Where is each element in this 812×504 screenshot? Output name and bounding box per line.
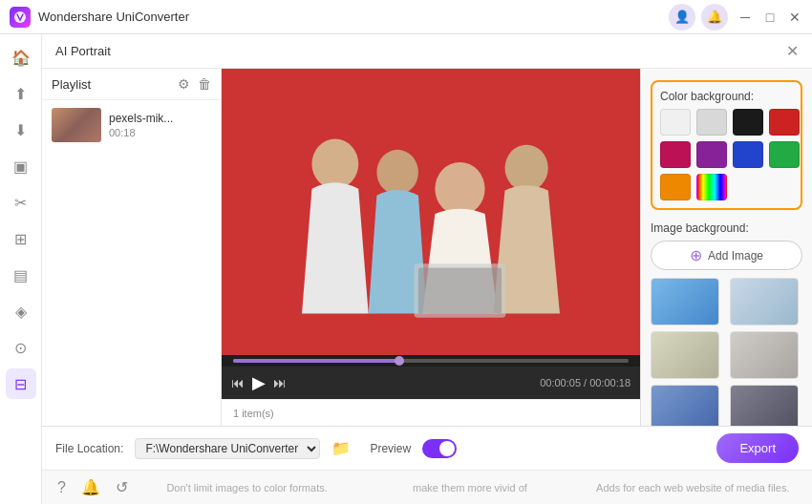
footer-text-1: Don't limit images to color formats. — [143, 482, 351, 494]
title-bar: Wondershare UniConverter 👤 🔔 ─ □ ✕ — [0, 0, 812, 34]
svg-point-1 — [311, 139, 358, 189]
image-thumb-1[interactable] — [651, 278, 719, 326]
bottom-bar: File Location: F:\Wondershare UniConvert… — [42, 426, 812, 470]
seek-track[interactable] — [233, 359, 629, 363]
video-main: ⏮ ▶ ⏭ 00:00:05 / 00:00:18 1 item(s) — [222, 69, 640, 426]
footer-refresh-icon[interactable]: ↺ — [116, 478, 128, 496]
footer-notification-icon[interactable]: 🔔 — [81, 478, 100, 496]
color-swatch-orange[interactable] — [660, 174, 691, 200]
play-button[interactable]: ▶ — [252, 372, 266, 393]
sidebar-item-screen[interactable]: ▣ — [6, 151, 36, 181]
video-preview — [222, 69, 640, 355]
maximize-button[interactable]: □ — [762, 10, 778, 25]
playlist-delete-icon[interactable]: 🗑 — [198, 76, 211, 92]
folder-browse-icon[interactable]: 📁 — [331, 439, 351, 457]
image-section-title: Image background: — [651, 221, 802, 235]
item-count: 1 item(s) — [233, 408, 274, 419]
sidebar-item-home[interactable]: 🏠 — [6, 42, 36, 73]
seek-progress — [233, 359, 399, 363]
color-grid — [660, 109, 793, 200]
footer-text-2: make them more vivid of — [366, 482, 573, 494]
file-location-select[interactable]: F:\Wondershare UniConverter — [135, 438, 320, 459]
panel-close-button[interactable]: ✕ — [786, 42, 799, 60]
sidebar: 🏠 ⬆ ⬇ ▣ ✂ ⊞ ▤ ◈ ⊙ ⊟ — [0, 34, 42, 504]
color-swatch-rainbow[interactable] — [696, 174, 727, 200]
playlist-duration: 00:18 — [109, 127, 211, 138]
minimize-button[interactable]: ─ — [737, 10, 753, 25]
color-swatch-crimson[interactable] — [660, 141, 691, 168]
prev-button[interactable]: ⏮ — [231, 375, 245, 390]
notification-icon[interactable]: 🔔 — [701, 4, 728, 31]
video-controls: ⏮ ▶ ⏭ 00:00:05 / 00:00:18 — [222, 367, 640, 399]
app-title: Wondershare UniConverter — [38, 10, 669, 24]
image-grid — [651, 278, 802, 426]
file-location-value: F:\Wondershare UniConverter — [135, 438, 320, 459]
playlist-actions: ⚙ 🗑 — [178, 76, 211, 92]
footer-text-3: Adds for each web website of media files… — [589, 482, 797, 494]
playlist-item[interactable]: pexels-mik... 00:18 — [42, 100, 221, 150]
sidebar-item-dvd[interactable]: ⊙ — [6, 332, 36, 363]
sidebar-item-toolbox[interactable]: ⊟ — [6, 368, 36, 399]
image-thumb-3[interactable] — [651, 331, 719, 379]
preview-label: Preview — [370, 442, 411, 455]
add-image-button[interactable]: ⊕ Add Image — [651, 241, 802, 270]
color-swatch-red[interactable] — [769, 109, 800, 136]
right-panel: Color background: — [640, 69, 812, 426]
playlist-title: Playlist — [52, 77, 91, 92]
window-controls: 👤 🔔 ─ □ ✕ — [669, 4, 802, 31]
close-button[interactable]: ✕ — [787, 10, 802, 25]
color-background-section: Color background: — [651, 80, 802, 210]
color-swatch-blue[interactable] — [733, 141, 763, 168]
user-icon[interactable]: 👤 — [669, 4, 695, 31]
sidebar-item-download[interactable]: ⬇ — [6, 115, 36, 145]
status-bar: 1 item(s) — [222, 399, 640, 426]
sidebar-item-watermark[interactable]: ◈ — [6, 296, 36, 326]
video-container — [222, 69, 640, 355]
image-thumb-6[interactable] — [730, 385, 799, 426]
color-swatch-white[interactable] — [660, 109, 691, 136]
panel-title: AI Portrait — [55, 44, 111, 58]
panel-header: AI Portrait ✕ — [42, 34, 812, 69]
content-area: AI Portrait ✕ Playlist ⚙ 🗑 — [42, 34, 812, 504]
playlist-thumbnail — [52, 108, 101, 142]
main-layout: 🏠 ⬆ ⬇ ▣ ✂ ⊞ ▤ ◈ ⊙ ⊟ AI Portrait ✕ Playli… — [0, 34, 812, 504]
sidebar-item-convert[interactable]: ⬆ — [6, 78, 36, 109]
color-swatch-purple[interactable] — [696, 141, 727, 168]
footer-bar: ? 🔔 ↺ Don't limit images to color format… — [42, 470, 812, 504]
sidebar-item-merge[interactable]: ⊞ — [6, 223, 36, 254]
export-button[interactable]: Export — [716, 433, 799, 463]
image-thumb-5[interactable] — [651, 385, 719, 426]
color-swatch-green[interactable] — [769, 141, 800, 168]
seek-bar-area[interactable] — [222, 355, 640, 367]
svg-point-3 — [435, 162, 484, 216]
app-logo — [10, 7, 31, 28]
help-icon[interactable]: ? — [57, 479, 66, 496]
color-swatch-black[interactable] — [733, 109, 763, 136]
svg-point-4 — [505, 145, 548, 192]
seek-handle — [395, 356, 404, 366]
svg-rect-6 — [418, 268, 502, 314]
image-thumb-2[interactable] — [730, 278, 799, 326]
playlist-section: Playlist ⚙ 🗑 pexels-mik... 00:18 — [42, 69, 222, 426]
add-image-label: Add Image — [708, 249, 763, 262]
color-section-title: Color background: — [660, 90, 793, 103]
add-icon: ⊕ — [690, 246, 702, 264]
time-display: 00:00:05 / 00:00:18 — [540, 377, 630, 388]
image-thumb-4[interactable] — [730, 331, 799, 379]
playlist-info: pexels-mik... 00:18 — [109, 112, 211, 138]
playlist-filename: pexels-mik... — [109, 112, 211, 125]
sidebar-item-trim[interactable]: ✂ — [6, 187, 36, 218]
svg-point-2 — [376, 150, 418, 195]
next-button[interactable]: ⏭ — [273, 375, 287, 390]
playlist-settings-icon[interactable]: ⚙ — [178, 76, 190, 92]
file-location-label: File Location: — [55, 442, 123, 455]
playlist-header: Playlist ⚙ 🗑 — [42, 69, 221, 100]
preview-toggle[interactable] — [422, 439, 457, 458]
color-swatch-lightgray[interactable] — [696, 109, 727, 136]
sidebar-item-subtitle[interactable]: ▤ — [6, 260, 36, 290]
image-background-section: Image background: ⊕ Add Image — [651, 221, 802, 426]
ai-portrait-panel: AI Portrait ✕ Playlist ⚙ 🗑 — [42, 34, 812, 426]
